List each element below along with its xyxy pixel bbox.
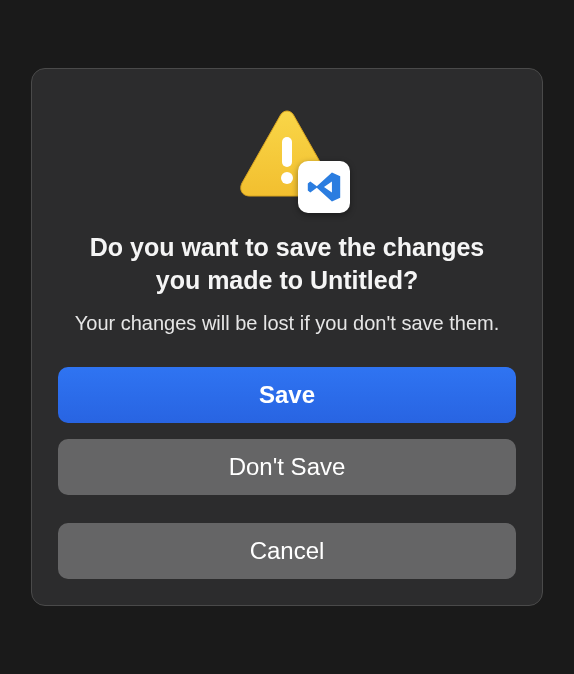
svg-point-1 xyxy=(281,172,293,184)
dialog-message: Your changes will be lost if you don't s… xyxy=(67,310,507,337)
vscode-app-icon xyxy=(298,161,350,213)
svg-rect-0 xyxy=(282,137,292,167)
dont-save-button[interactable]: Don't Save xyxy=(58,439,516,495)
cancel-button[interactable]: Cancel xyxy=(58,523,516,579)
dialog-title: Do you want to save the changes you made… xyxy=(58,231,516,296)
save-button[interactable]: Save xyxy=(58,367,516,423)
dialog-icon-area xyxy=(232,107,342,207)
save-changes-dialog: Do you want to save the changes you made… xyxy=(31,68,543,606)
dialog-button-stack: Save Don't Save Cancel xyxy=(58,367,516,579)
